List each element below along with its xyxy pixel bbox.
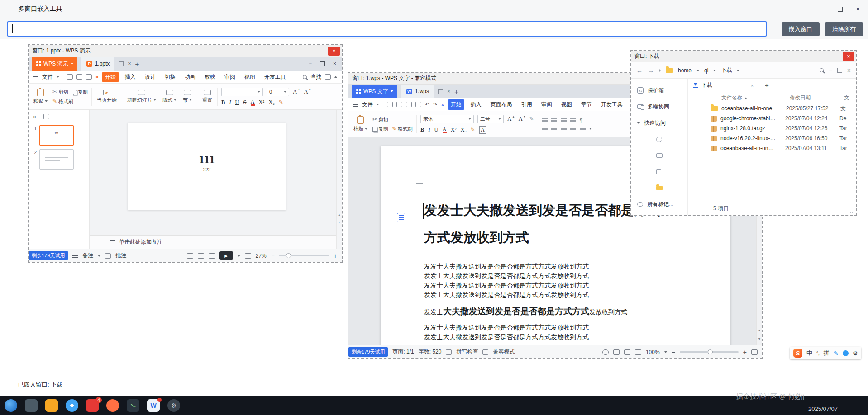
save-icon[interactable] [67, 74, 73, 80]
writer-menu-section[interactable]: 章节 [578, 99, 595, 110]
column-header-date[interactable]: 修改日期 [790, 94, 844, 101]
font-family-select[interactable]: 宋体 [420, 115, 474, 123]
save-icon[interactable] [387, 102, 393, 107]
taskbar-wps-icon[interactable]: W [147, 399, 160, 412]
writer-menu-view[interactable]: 视图 [558, 99, 575, 110]
font-size-select[interactable]: 0 [267, 88, 289, 96]
new-slide-button[interactable]: 新建幻灯片 [126, 89, 157, 104]
doc-body-line[interactable]: 发发士大夫撒发送到发是否是否都是方式方式发放收到方式 [424, 262, 685, 271]
sidebar-item-computer[interactable] [631, 147, 687, 164]
decrease-font-button[interactable]: A▼ [304, 88, 311, 95]
fullscreen-icon[interactable] [751, 349, 758, 355]
spellcheck-toggle[interactable]: 拼写检查 [456, 348, 478, 356]
previous-page-icon[interactable]: ▲ [758, 329, 761, 332]
breadcrumb-ql[interactable]: ql [704, 67, 708, 74]
taskbar-launcher-icon[interactable] [5, 399, 17, 412]
zoom-out-button[interactable]: − [672, 349, 675, 356]
word-count[interactable]: 字数: 520 [419, 348, 442, 356]
ppt-menu-slideshow[interactable]: 放映 [202, 72, 218, 82]
character-border-button[interactable]: A [479, 126, 486, 134]
downloads-tab[interactable]: 下载 × [688, 79, 759, 92]
doc-mixed-line[interactable]: 发发士大夫撒发送到发是否是否都是方式方式发放收到方式 [424, 304, 685, 319]
italic-button[interactable]: I [428, 127, 430, 133]
file-row[interactable]: google-chrome-stabl… 2025/07/04 12:24 De [688, 113, 856, 123]
align-right-icon[interactable] [561, 127, 567, 131]
doc-body-line[interactable]: 发发士大夫撒发送到发是否是否都是方式方式发放收到方式 [424, 281, 685, 290]
embed-window-button[interactable]: 嵌入窗口 [782, 22, 820, 36]
sidebar-item-multidevice-sync[interactable]: 多端协同 [631, 99, 687, 115]
highlight-button[interactable]: ✎ [279, 99, 283, 105]
output-icon[interactable] [396, 102, 402, 107]
superscript-button[interactable]: X² [451, 127, 457, 133]
settings-icon[interactable] [325, 74, 331, 80]
ime-language-toggle[interactable]: 中 [806, 349, 812, 357]
ppt-file-menu[interactable]: 文件 [42, 73, 53, 81]
writer-file-menu[interactable]: 文件 [362, 101, 373, 108]
fm-maximize-icon[interactable] [837, 68, 842, 73]
font-color-button[interactable]: A [443, 127, 447, 133]
ppt-menu-insert[interactable]: 插入 [122, 72, 138, 82]
strikethrough-button[interactable]: S [243, 99, 247, 106]
normal-view-icon[interactable] [187, 253, 193, 259]
zoom-out-button[interactable]: − [271, 252, 275, 259]
writer-menu-references[interactable]: 引用 [519, 99, 535, 110]
sidebar-item-safebox[interactable]: 保护箱 [631, 82, 687, 99]
tab-close-icon[interactable]: × [447, 88, 450, 94]
cut-button[interactable]: ✂剪切 [52, 89, 68, 95]
ppt-menu-view[interactable]: 视图 [242, 72, 258, 82]
panel-collapse-icon[interactable]: » [33, 113, 36, 120]
ppt-scrollbar[interactable]: ▲ ▼ [336, 110, 342, 249]
slide-sorter-icon[interactable] [198, 253, 204, 259]
clear-format-icon[interactable]: ✎ [529, 116, 534, 122]
fm-close-icon[interactable]: × [847, 67, 851, 74]
doc-body-line[interactable]: 发发士大夫撒发送到发是否是否都是方式方式发放收到方式 [424, 332, 685, 342]
taskbar-music-icon[interactable] [106, 399, 119, 412]
slide-title-text[interactable]: 111 [128, 153, 286, 166]
justify-icon[interactable] [570, 127, 576, 131]
scroll-up-icon[interactable]: ▲ [338, 213, 341, 216]
ppt-menu-design[interactable]: 设计 [142, 72, 158, 82]
taskbar-media-icon[interactable]: 4 [86, 399, 99, 412]
bold-button[interactable]: B [221, 99, 225, 106]
number-list-icon[interactable] [551, 118, 557, 123]
line-spacing-icon[interactable] [580, 127, 586, 131]
redo-icon[interactable]: ↷ [433, 101, 438, 108]
print-icon[interactable] [406, 102, 412, 107]
font-family-select[interactable] [221, 88, 263, 96]
app-minimize-icon[interactable]: − [820, 5, 824, 13]
ppt-restore-icon[interactable] [320, 61, 325, 66]
wps-ppt-brand-button[interactable]: WPS 演示 [32, 57, 77, 71]
ppt-menu-review[interactable]: 审阅 [222, 72, 238, 82]
paste-button[interactable]: 粘贴 [352, 115, 369, 133]
comments-toggle[interactable]: 批注 [115, 252, 126, 259]
align-center-icon[interactable] [551, 127, 557, 131]
copy-button[interactable]: 复制 [72, 89, 88, 95]
font-color-button[interactable]: A [251, 99, 255, 106]
tab-close-icon[interactable]: × [751, 83, 754, 88]
undo-icon[interactable]: ↶ [425, 101, 429, 108]
find-button[interactable]: 查找 [310, 73, 321, 81]
back-button[interactable]: ← [636, 67, 643, 74]
paragraph-tool-icon[interactable] [397, 213, 405, 222]
ppt-zoom-level[interactable]: 27% [256, 253, 267, 259]
doc-body-line[interactable]: 发发士大夫撒发送到发是否是否都是方式方式发放收到方式 [424, 271, 685, 281]
file-row[interactable]: oceanbase-all-in-on… 2025/07/04 13:11 Ta… [688, 143, 856, 153]
cut-button[interactable]: ✂剪切 [372, 116, 388, 123]
taskbar-app-store-icon[interactable] [45, 399, 58, 412]
reading-view-icon[interactable] [209, 253, 215, 259]
ribbon-expand-icon[interactable]: » [95, 74, 99, 80]
slideshow-play-button[interactable]: ▶ [219, 251, 233, 260]
ppt-menu-home[interactable]: 开始 [102, 72, 119, 82]
writer-menu-review[interactable]: 审阅 [539, 99, 555, 110]
ime-cloud-icon[interactable] [843, 350, 849, 356]
downloads-window-titlebar[interactable]: 窗口: 下载 × [631, 51, 856, 62]
sidebar-item-folder[interactable] [631, 180, 687, 196]
ppt-menu-devtools[interactable]: 开发工具 [262, 72, 289, 82]
fm-minimize-icon[interactable]: − [829, 67, 832, 74]
superscript-button[interactable]: X² [259, 99, 265, 106]
subscript-button[interactable]: X₂ [460, 127, 466, 133]
search-icon[interactable] [820, 68, 824, 72]
wps-writer-brand-button[interactable]: WPS 文字 [352, 85, 397, 98]
sidebar-item-recent[interactable] [631, 131, 687, 147]
chevron-right-icon[interactable] [659, 69, 661, 72]
